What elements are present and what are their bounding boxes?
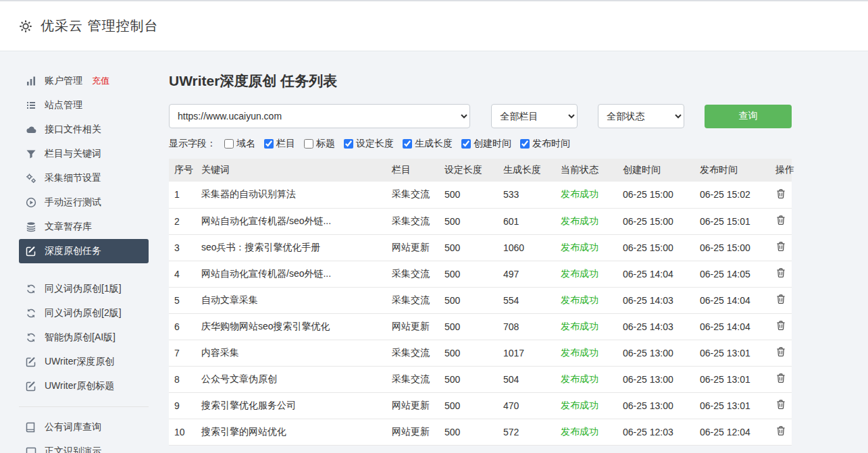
title-checkbox[interactable]: [304, 139, 313, 149]
cell-created: 06-25 13:00: [617, 392, 694, 419]
table-row: 7 内容采集 采集交流 500 1017 发布成功 06-25 13:00 06…: [169, 340, 792, 366]
sidebar-item-ai-pseudo-original[interactable]: 智能伪原创[AI版]: [19, 325, 149, 350]
table-row: 3 seo兵书：搜索引擎优化手册 网站更新 500 1060 发布成功 06-2…: [169, 234, 792, 261]
delete-icon[interactable]: [775, 294, 786, 304]
cell-index: 2: [169, 208, 196, 234]
column-select[interactable]: 全部栏目: [491, 104, 578, 128]
status-select[interactable]: 全部状态: [598, 104, 684, 128]
header-ops: 操作: [770, 159, 792, 182]
cell-keyword: 内容采集: [196, 340, 386, 366]
cell-set-length: 500: [439, 419, 498, 445]
sidebar-item-public-dictionary-query[interactable]: 公有词库查询: [19, 415, 149, 439]
delete-icon[interactable]: [775, 267, 786, 278]
site-select[interactable]: https://www.ucaiyun.com: [169, 104, 470, 128]
sidebar-item-columns-keywords[interactable]: 栏目与关键词: [19, 142, 149, 166]
status-badge: 发布成功: [555, 182, 617, 208]
sidebar-item-label: UWriter深度原创: [45, 356, 114, 368]
sidebar-item-manual-run-test[interactable]: 手动运行测试: [19, 190, 149, 215]
cell-keyword: 网站自动化宣传机器/seo外链...: [196, 261, 386, 287]
cell-column: 采集交流: [386, 287, 439, 313]
table-row: 1 采集器的自动识别算法 采集交流 500 533 发布成功 06-25 15:…: [169, 182, 792, 208]
cell-created: 06-25 15:00: [617, 208, 694, 234]
sidebar-item-article-cache[interactable]: 文章暂存库: [19, 215, 149, 239]
sidebar-item-site-management[interactable]: 站点管理: [19, 93, 149, 117]
sidebar-item-synonym-pseudo-v1[interactable]: 同义词伪原创[1版]: [19, 277, 149, 301]
sidebar-item-interface-files[interactable]: 接口文件相关: [19, 117, 149, 142]
delete-icon[interactable]: [775, 188, 786, 199]
delete-icon[interactable]: [775, 346, 786, 357]
header-set-length: 设定长度: [439, 159, 498, 182]
cell-published: 06-25 14:04: [694, 313, 770, 340]
sidebar-item-label: 站点管理: [45, 99, 82, 111]
cell-keyword: 搜索引擎的网站优化: [196, 419, 386, 445]
table-row: 10 搜索引擎的网站优化 网站更新 500 572 发布成功 06-25 12:…: [169, 419, 792, 445]
cell-keyword: 采集器的自动识别算法: [196, 182, 386, 208]
sidebar-item-account-management[interactable]: 账户管理 充值: [19, 69, 149, 93]
header-gen-length: 生成长度: [498, 159, 555, 182]
gen-length-checkbox[interactable]: [403, 139, 412, 149]
set-length-checkbox[interactable]: [344, 139, 353, 149]
field-checkbox-publish-time[interactable]: 发布时间: [520, 138, 570, 150]
checkbox-label: 域名: [236, 138, 255, 150]
column-checkbox[interactable]: [264, 139, 274, 149]
delete-icon[interactable]: [775, 215, 786, 225]
edit-icon: [26, 356, 36, 367]
sidebar-item-label: 同义词伪原创[1版]: [45, 283, 122, 295]
field-checkbox-domain[interactable]: 域名: [224, 138, 255, 150]
cell-published: 06-25 13:01: [694, 392, 770, 419]
cell-gen-length: 1060: [498, 234, 555, 261]
field-checkbox-column[interactable]: 栏目: [264, 138, 295, 150]
checkbox-label: 栏目: [276, 138, 295, 150]
cell-published: 06-25 14:05: [694, 261, 770, 287]
cell-gen-length: 504: [498, 366, 555, 392]
sidebar-item-uwriter-deep-original[interactable]: UWriter深度原创: [19, 350, 149, 374]
cell-created: 06-25 15:00: [617, 234, 694, 261]
cell-created: 06-25 14:04: [617, 261, 694, 287]
recharge-badge[interactable]: 充值: [92, 75, 109, 87]
sidebar-item-content-recognition-demo[interactable]: 正文识别演示: [19, 439, 149, 453]
page-title: UWriter深度原创 任务列表: [169, 72, 792, 90]
cell-index: 9: [169, 392, 196, 419]
sidebar-group-gap: [19, 263, 169, 277]
delete-icon[interactable]: [775, 399, 786, 410]
table-row: 5 自动文章采集 采集交流 500 554 发布成功 06-25 14:03 0…: [169, 287, 792, 313]
cell-published: 06-25 13:01: [694, 366, 770, 392]
status-badge: 发布成功: [555, 340, 617, 366]
cell-index: 6: [169, 313, 196, 340]
header-status: 当前状态: [555, 159, 617, 182]
edit-icon: [26, 381, 36, 392]
field-checkbox-set-length[interactable]: 设定长度: [344, 138, 394, 150]
field-checkbox-created-time[interactable]: 创建时间: [461, 138, 511, 150]
delete-icon[interactable]: [775, 241, 786, 252]
cell-created: 06-25 13:00: [617, 340, 694, 366]
field-checkbox-gen-length[interactable]: 生成长度: [403, 138, 453, 150]
cell-created: 06-25 13:00: [617, 366, 694, 392]
sidebar-item-synonym-pseudo-v2[interactable]: 同义词伪原创[2版]: [19, 301, 149, 325]
domain-checkbox[interactable]: [224, 139, 234, 149]
database-icon: [26, 221, 36, 232]
gear-icon: [19, 20, 32, 33]
cell-column: 网站更新: [386, 234, 439, 261]
checkbox-label: 创建时间: [474, 138, 511, 150]
cell-gen-length: 554: [498, 287, 555, 313]
publish-time-checkbox[interactable]: [520, 139, 530, 149]
sidebar-item-uwriter-original-title[interactable]: UWriter原创标题: [19, 374, 149, 398]
sidebar-item-deep-original-tasks[interactable]: 深度原创任务: [19, 239, 149, 263]
book-icon: [26, 422, 36, 433]
delete-icon[interactable]: [775, 425, 786, 436]
created-time-checkbox[interactable]: [461, 139, 471, 149]
delete-icon[interactable]: [775, 320, 786, 331]
checkbox-label: 设定长度: [356, 138, 394, 150]
query-button[interactable]: 查询: [705, 105, 792, 128]
cell-keyword: 自动文章采集: [196, 287, 386, 313]
cell-index: 10: [169, 419, 196, 445]
cell-created: 06-25 15:00: [617, 182, 694, 208]
status-badge: 发布成功: [555, 287, 617, 313]
sidebar-item-collection-settings[interactable]: 采集细节设置: [19, 166, 149, 190]
cell-published: 06-25 15:00: [694, 234, 770, 261]
field-checkbox-title[interactable]: 标题: [304, 138, 335, 150]
cell-created: 06-25 12:03: [617, 419, 694, 445]
cell-created: 06-25 14:03: [617, 313, 694, 340]
cell-keyword: 搜索引擎优化服务公司: [196, 392, 386, 419]
delete-icon[interactable]: [775, 373, 786, 383]
